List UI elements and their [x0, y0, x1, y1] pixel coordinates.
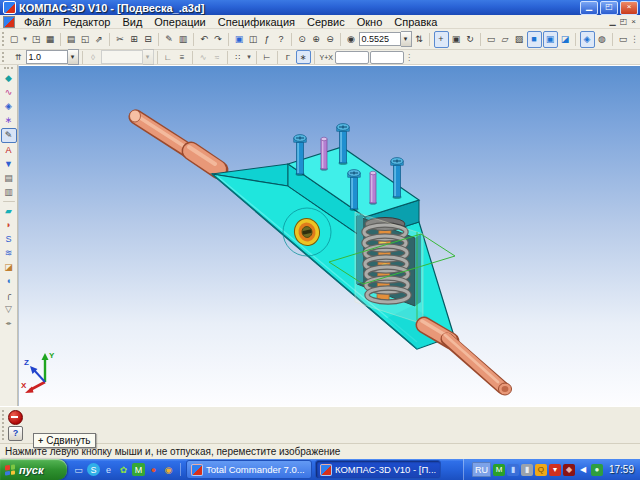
- reports-button[interactable]: ▥: [2, 186, 16, 199]
- current-scale-combo[interactable]: 0.5525▾: [359, 32, 412, 47]
- paste-button[interactable]: ⊟: [142, 32, 155, 47]
- wireframe-button[interactable]: ▭: [485, 32, 498, 47]
- messenger-icon[interactable]: ◉: [162, 463, 175, 476]
- menu-window[interactable]: Окно: [351, 16, 389, 28]
- coord-y-input[interactable]: [335, 51, 369, 64]
- toolbar-overflow-button[interactable]: ⋮: [631, 32, 639, 47]
- context-help-button[interactable]: ?: [275, 32, 288, 47]
- zoom-near-far-button[interactable]: ⇅: [413, 32, 426, 47]
- auxiliary-geometry-button[interactable]: ∗: [2, 114, 16, 127]
- menu-view[interactable]: Вид: [116, 16, 148, 28]
- guard-tray-icon[interactable]: ◆: [563, 464, 575, 476]
- sketch-button[interactable]: ✎: [1, 128, 17, 143]
- hole-button[interactable]: ▽: [2, 303, 16, 316]
- open-button[interactable]: ◳: [30, 32, 43, 47]
- toolbar2-overflow-button[interactable]: ⋮: [405, 51, 413, 63]
- extrude-button[interactable]: ▰: [2, 205, 16, 218]
- cutaway-button[interactable]: ◪: [559, 32, 572, 47]
- taskbar-task-kompas[interactable]: КОМПАС-3D V10 - [П...: [315, 460, 441, 479]
- shaded-with-edges-button[interactable]: ▣: [543, 31, 558, 48]
- undo-button[interactable]: ↶: [198, 32, 211, 47]
- qip-tray-icon[interactable]: Q: [535, 464, 547, 476]
- grid-dropdown[interactable]: ▾: [246, 51, 253, 63]
- toolbar-grip[interactable]: [2, 52, 8, 62]
- signal-tray-icon[interactable]: ▮: [521, 464, 533, 476]
- icq-icon[interactable]: ✿: [117, 463, 130, 476]
- guides-button[interactable]: ⊢: [261, 51, 274, 63]
- copy-button[interactable]: ⊞: [128, 32, 141, 47]
- properties-button[interactable]: ▥: [177, 32, 190, 47]
- menu-help[interactable]: Справка: [388, 16, 443, 28]
- revolve-button[interactable]: ◗: [2, 219, 16, 232]
- browser-icon[interactable]: e: [102, 463, 115, 476]
- menu-editor[interactable]: Редактор: [57, 16, 116, 28]
- axle-rod-left[interactable]: [130, 110, 220, 170]
- help-button[interactable]: ?: [8, 426, 23, 441]
- ortho-button[interactable]: Γ: [282, 51, 295, 63]
- space-curves-button[interactable]: ∿: [2, 86, 16, 99]
- pan-button[interactable]: +: [434, 31, 449, 48]
- language-indicator[interactable]: RU: [472, 462, 491, 477]
- close-button[interactable]: ×: [620, 1, 638, 15]
- model-canvas[interactable]: X Y Z: [18, 65, 640, 406]
- guide-pin[interactable]: [369, 171, 377, 205]
- layers-button[interactable]: ≡: [176, 51, 189, 63]
- loft-button[interactable]: ≋: [2, 247, 16, 260]
- snap-button[interactable]: ∗: [296, 50, 311, 64]
- show-desktop-icon[interactable]: ▭: [72, 463, 85, 476]
- menu-service[interactable]: Сервис: [301, 16, 351, 28]
- start-button[interactable]: пуск: [0, 459, 67, 480]
- network-monitor-tray-icon[interactable]: ▮: [507, 464, 519, 476]
- local-cs-button[interactable]: ∟: [162, 51, 175, 63]
- interrupt-command-button[interactable]: [8, 410, 23, 425]
- guide-pin[interactable]: [320, 137, 328, 171]
- mdi-minimize-button[interactable]: ▁: [610, 17, 616, 26]
- spline-button[interactable]: ∿: [197, 51, 210, 63]
- new-document-dropdown[interactable]: ▾: [22, 32, 29, 47]
- kinematic-button[interactable]: S: [2, 233, 16, 246]
- zoom-selected-button[interactable]: ◉: [345, 32, 358, 47]
- axle-rod-right[interactable]: [422, 321, 512, 395]
- miranda-icon[interactable]: M: [132, 463, 145, 476]
- globe-icon[interactable]: ●: [147, 463, 160, 476]
- mdi-close-button[interactable]: ×: [631, 17, 636, 26]
- toolbar-grip[interactable]: [2, 32, 4, 46]
- hidden-lines-thin-button[interactable]: ▨: [513, 32, 526, 47]
- simplified-display-button[interactable]: ◍: [596, 32, 609, 47]
- panel-grip[interactable]: [4, 67, 13, 69]
- menu-operations[interactable]: Операции: [148, 16, 211, 28]
- copy-properties-button[interactable]: ✎: [163, 32, 176, 47]
- eraser-button[interactable]: ◊: [87, 51, 100, 63]
- redo-button[interactable]: ↷: [212, 32, 225, 47]
- print-button[interactable]: ▤: [65, 32, 78, 47]
- current-state-combo[interactable]: ▾: [101, 51, 154, 63]
- perspective-button[interactable]: ◈: [580, 31, 595, 48]
- open-documents-button[interactable]: ▣: [233, 32, 246, 47]
- link-button[interactable]: ◫: [247, 32, 260, 47]
- contour-button[interactable]: ≈: [211, 51, 224, 63]
- download-tray-icon[interactable]: ▾: [549, 464, 561, 476]
- panel-collapse-arrow[interactable]: ◂▸: [5, 319, 11, 326]
- volume-tray-icon[interactable]: ◀: [577, 464, 589, 476]
- zoom-in-button[interactable]: ⊕: [310, 32, 323, 47]
- surfaces-button[interactable]: ◈: [2, 100, 16, 113]
- cut-revolve-button[interactable]: ◖: [2, 275, 16, 288]
- mdi-restore-button[interactable]: ◰: [620, 17, 628, 26]
- minimize-button[interactable]: ▁: [580, 1, 598, 15]
- rotate-button[interactable]: ↻: [464, 32, 477, 47]
- zoom-out-button[interactable]: ⊖: [324, 32, 337, 47]
- new-document-button[interactable]: ▢: [8, 32, 21, 47]
- taskbar-task-totalcommander[interactable]: Total Commander 7.0...: [186, 460, 312, 479]
- filters-button[interactable]: ▼: [2, 158, 16, 171]
- orientation-button[interactable]: ▭: [617, 32, 630, 47]
- print-preview-button[interactable]: ◱: [79, 32, 92, 47]
- antivirus-tray-icon[interactable]: ●: [591, 464, 603, 476]
- save-button[interactable]: ▦: [44, 32, 57, 47]
- menu-specification[interactable]: Спецификация: [212, 16, 301, 28]
- specification-button[interactable]: ▤: [2, 172, 16, 185]
- grid-button[interactable]: ∷: [232, 51, 245, 63]
- coord-x-input[interactable]: [370, 51, 404, 64]
- hidden-lines-removed-button[interactable]: ▱: [499, 32, 512, 47]
- skype-icon[interactable]: S: [87, 463, 100, 476]
- panel-grip[interactable]: [2, 410, 4, 440]
